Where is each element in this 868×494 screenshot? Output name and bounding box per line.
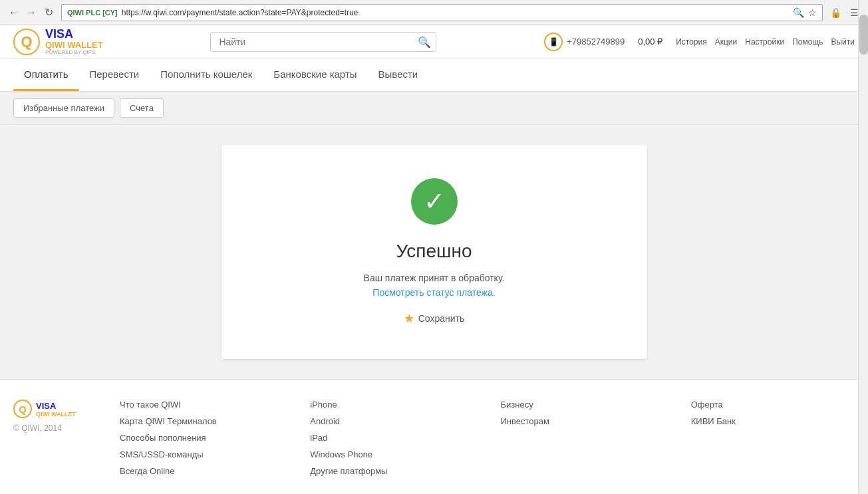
settings-link[interactable]: Настройки [745,37,784,47]
browser-nav-buttons: ← → ↻ [7,5,56,20]
footer-visa-text: VISA [36,401,76,411]
footer-link-other-platforms[interactable]: Другие платформы [310,466,474,476]
footer-logo-q: Q [19,404,27,415]
footer-col-2: iPhone Android iPad Windows Phone Другие… [310,400,474,476]
footer-link-ipad[interactable]: iPad [310,433,474,443]
search-input[interactable] [210,32,436,52]
nav-item-withdraw[interactable]: Вывести [368,59,429,91]
success-icon: ✓ [411,178,458,225]
checkmark-icon: ✓ [424,189,445,214]
extension-button[interactable]: 🔒 [828,5,843,20]
main-content: ✓ Успешно Ваш платеж принят в обработку.… [0,125,868,379]
nav-item-topup[interactable]: Пополнить кошелек [150,59,263,91]
accounts-button[interactable]: Счета [120,98,164,118]
browser-chrome: ← → ↻ QIWI PLC [CY] https://w.qiwi.com/p… [0,0,868,25]
promotions-link[interactable]: Акции [715,37,738,47]
footer-qiwi-text: QIWI WALLET [36,411,76,418]
scrollbar-thumb[interactable] [859,15,868,55]
footer-logo-area: Q VISA QIWI WALLET © QIWI, 2014 [13,400,93,476]
success-title: Успешно [248,241,621,262]
footer-link-topup-methods[interactable]: Способы пополнения [120,433,283,443]
logo-area: Q VISA QIWI WALLET POWERED BY QIPS [13,28,103,56]
search-icon: 🔍 [793,7,804,18]
footer-link-offer[interactable]: Оферта [691,400,855,410]
address-bar[interactable]: QIWI PLC [CY] https://w.qiwi.com/payment… [61,4,823,21]
scrollbar[interactable] [858,0,868,494]
nav-item-transfer[interactable]: Перевести [79,59,150,91]
footer-col-1: Что такое QIWI Карта QIWI Терминалов Спо… [120,400,283,476]
powered-by-text: POWERED BY QIPS [45,50,103,55]
footer-logo: Q VISA QIWI WALLET [13,400,93,418]
footer-link-iphone[interactable]: iPhone [310,400,474,410]
footer: Q VISA QIWI WALLET © QIWI, 2014 Что тако… [0,379,868,494]
forward-button[interactable]: → [24,5,39,20]
footer-link-kiwi-bank[interactable]: КИВИ Банк [691,416,855,426]
success-description: Ваш платеж принят в обработку. [248,273,621,283]
star-icon: ★ [404,311,414,326]
logo-q-letter: Q [21,33,32,51]
footer-link-terminal-map[interactable]: Карта QIWI Терминалов [120,416,283,426]
save-label[interactable]: Сохранить [418,313,465,324]
qiwi-wallet-text: QIWI WALLET [45,40,103,51]
logo-icon: Q [13,29,40,55]
star-icon: ☆ [808,7,817,18]
footer-logo-text: VISA QIWI WALLET [36,401,76,418]
footer-copyright: © QIWI, 2014 [13,424,93,433]
main-nav: Оплатить Перевести Пополнить кошелек Бан… [0,59,868,92]
browser-actions: 🔒 ☰ [828,5,861,20]
footer-link-windows-phone[interactable]: Windows Phone [310,449,474,459]
reload-button[interactable]: ↻ [41,5,56,20]
secure-label: QIWI PLC [CY] [67,9,118,17]
help-link[interactable]: Помощь [792,37,823,47]
favorites-button[interactable]: Избранные платежи [13,98,114,118]
save-section: ★ Сохранить [248,311,621,326]
top-header: Q VISA QIWI WALLET POWERED BY QIPS 🔍 📱 +… [0,25,868,59]
view-status-link[interactable]: Посмотреть статус платежа. [372,287,495,298]
logout-link[interactable]: Выйти [831,37,855,47]
footer-link-investors[interactable]: Инвесторам [501,416,664,426]
top-nav-right: 📱 +79852749899 0,00 ₽ История Акции Наст… [544,33,855,51]
phone-icon: 📱 [544,33,563,51]
footer-col-4: Оферта КИВИ Банк [691,400,855,476]
address-url: https://w.qiwi.com/payment/state.action?… [122,8,789,17]
footer-link-always-online[interactable]: Всегда Online [120,466,283,476]
footer-link-what-is-qiwi[interactable]: Что такое QIWI [120,400,283,410]
history-link[interactable]: История [676,37,707,47]
search-button[interactable]: 🔍 [418,35,431,48]
top-nav-links: История Акции Настройки Помощь Выйти [676,37,855,47]
search-wrapper: 🔍 [210,32,436,52]
phone-number: +79852749899 [567,37,625,47]
footer-col-3: Бизнесу Инвесторам [501,400,664,476]
success-card: ✓ Успешно Ваш платеж принят в обработку.… [221,145,647,359]
footer-logo-icon: Q [13,400,32,418]
footer-link-business[interactable]: Бизнесу [501,400,664,410]
nav-item-pay[interactable]: Оплатить [13,59,79,91]
balance-display: 0,00 ₽ [638,37,662,47]
search-area: 🔍 [210,32,436,52]
user-phone: 📱 +79852749899 [544,33,625,51]
logo-text-area: VISA QIWI WALLET POWERED BY QIPS [45,28,103,56]
back-button[interactable]: ← [7,5,21,20]
footer-link-android[interactable]: Android [310,416,474,426]
footer-link-sms-commands[interactable]: SMS/USSD-команды [120,449,283,459]
visa-logo-text: VISA [45,28,103,40]
sub-nav: Избранные платежи Счета [0,92,868,125]
nav-item-cards[interactable]: Банковские карты [263,59,367,91]
